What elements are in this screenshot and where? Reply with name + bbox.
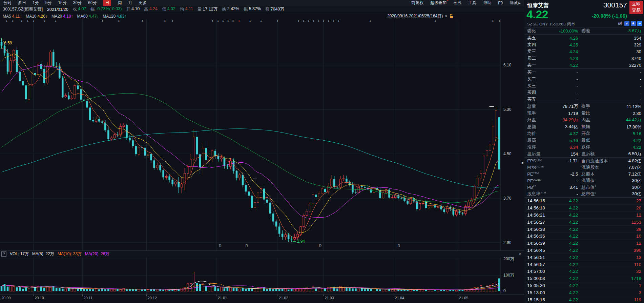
ma-legend-item-MA5: MA54.11↓: [3, 14, 22, 19]
ask-row-卖三: 卖三4.2430: [524, 48, 644, 55]
fundamental-label: 股息率TTM: [527, 191, 556, 197]
panel-collapse-handle[interactable]: ▶: [522, 156, 524, 169]
event-star-marker: *: [6, 20, 7, 24]
chart-tools-menu: 前复权超级叠加画线工具帮助F9隐藏▶: [411, 0, 524, 6]
candlestick-chart[interactable]: [0, 19, 524, 303]
period-tab-更多[interactable]: 更多: [139, 0, 147, 6]
trade-price: 4.22: [556, 283, 578, 288]
quote-panel: 恒泰艾普 300157 立即交易 4.22 -20.08% (-1.06) SZ…: [524, 0, 644, 303]
stat-label: 均价: [527, 130, 556, 137]
fundamental-label: 总市值1: [578, 184, 596, 190]
stat-value: 4.22: [590, 138, 641, 143]
trade-price: 4.22: [556, 213, 578, 218]
trade-price: 4.22: [556, 220, 578, 225]
stat-value: 4.37: [556, 131, 578, 136]
period-tab-30分[interactable]: 30分: [73, 0, 82, 6]
ma-label: MA60: [77, 14, 88, 19]
stat-row-盘后量: 盘后量154盘后额6.50万: [524, 150, 644, 157]
fundamental-value: 30亿: [596, 191, 641, 197]
menu-item-画线[interactable]: 画线: [453, 0, 461, 6]
menu-item-超级叠加[interactable]: 超级叠加: [430, 0, 446, 6]
ma-value: 4.83↑: [117, 14, 126, 19]
ma-label: MA20: [51, 14, 62, 19]
stat-label: 总额: [527, 124, 556, 130]
menu-item-帮助[interactable]: 帮助: [483, 0, 491, 6]
close-icon[interactable]: ×: [518, 251, 521, 257]
event-star-marker: *: [21, 20, 22, 24]
stat-label: 最低: [578, 137, 590, 143]
period-tab-分时[interactable]: 分时: [3, 0, 12, 6]
stat-label: 盘后额: [578, 151, 595, 157]
trade-volume: 13: [578, 255, 641, 260]
menu-item-前复权[interactable]: 前复权: [411, 0, 423, 6]
ma-legend-item-MA20: MA204.10↑: [51, 14, 73, 19]
period-tab-15分[interactable]: 15分: [58, 0, 66, 6]
ex-rights-marker: R: [219, 244, 222, 248]
fundamental-label: EPS2021E: [527, 165, 556, 170]
trade-tick-row: 15:13:004.223: [524, 289, 644, 296]
date-range-selector[interactable]: 2020/09/16-2021/05/25(164日) ▼: [387, 13, 454, 19]
stat-row-均价: 均价4.37开盘5.16: [524, 130, 644, 137]
trade-volume: 1153: [578, 220, 641, 225]
tick-trade-list[interactable]: 14:56:154.222714:56:184.222014:56:214.22…: [524, 198, 644, 303]
event-star-marker: *: [12, 20, 13, 24]
event-star-marker: *: [217, 20, 219, 24]
fundamental-value: -: [556, 178, 578, 183]
orderbook-price: 4.22: [556, 63, 578, 68]
period-tab-1分[interactable]: 1分: [33, 0, 39, 6]
trade-price: 4.22: [556, 227, 578, 232]
orderbook-volume: 30: [578, 49, 641, 54]
period-tab-60分[interactable]: 60分: [88, 0, 97, 6]
menu-item-F9[interactable]: F9: [498, 1, 503, 5]
orderbook-price: 4.24: [556, 49, 578, 54]
fundamental-value: -2.5: [556, 171, 578, 177]
quote-stats: 总量78.71万换手11.13%现手1719量比2.30外盘34.29万内盘44…: [524, 103, 644, 158]
event-star-marker: *: [249, 20, 251, 24]
stat-value: 34.29万: [556, 117, 578, 123]
period-tab-5分[interactable]: 5分: [45, 0, 52, 6]
ma-value: 4.26↓: [38, 14, 47, 19]
stat-value: 2.30: [590, 111, 641, 116]
trade-volume: 119: [578, 297, 641, 302]
date-range-label[interactable]: 2020/09/16-2021/05/25(164日): [387, 13, 443, 19]
period-tab-日[interactable]: 日: [103, 0, 111, 6]
info-label: 振: [244, 6, 248, 12]
last-price: 4.22: [526, 8, 548, 21]
month-label: 20.10: [35, 296, 44, 300]
fundamental-value: 30亿: [596, 184, 641, 190]
bid-row-买五: 买五--: [524, 96, 644, 103]
info-label: 开: [126, 6, 130, 12]
trade-price: 4.22: [556, 276, 578, 281]
info-value: 5.37%: [249, 6, 261, 12]
info-value: 17.12万: [203, 6, 217, 12]
stat-value: 6.34: [556, 145, 578, 150]
period-tab-多日[interactable]: 多日: [18, 0, 26, 6]
menu-item-隐藏[interactable]: 隐藏▶: [510, 0, 521, 6]
trade-tick-row: 14:56:394.2212: [524, 240, 644, 247]
period-menubar: 分时多日1分5分15分30分60分日周月更多 前复权超级叠加画线工具帮助F9隐藏…: [0, 0, 524, 6]
chevron-down-icon[interactable]: ▼: [444, 15, 448, 18]
bell-icon[interactable]: [631, 21, 636, 26]
fundamental-row-股息率TTM: 股息率TTM-总市值230亿: [524, 191, 644, 198]
candlestick-chart-area[interactable]: ? VOL: 17万 MA(5): 22万 MA(10): 33万 MA(20)…: [0, 19, 524, 303]
fundamental-label: 总市值2: [578, 191, 596, 197]
trade-time: 14:56:15: [527, 198, 556, 203]
stat-row-现手: 现手1719量比2.30: [524, 110, 644, 117]
help-icon[interactable]: ?: [1, 251, 6, 257]
plus-icon[interactable]: +: [637, 21, 642, 26]
stat-value: 154: [556, 152, 578, 157]
menu-item-工具[interactable]: 工具: [468, 0, 476, 6]
ma-label: MA10: [26, 14, 36, 19]
period-tab-月[interactable]: 月: [128, 0, 132, 6]
stat-label: 量比: [578, 110, 590, 116]
event-star-marker: *: [298, 20, 299, 24]
hover-date: 2021/01/20: [47, 7, 68, 12]
pencil-icon[interactable]: [624, 21, 629, 26]
trade-now-button[interactable]: 立即交易: [629, 1, 643, 14]
ma-label: MA120: [103, 14, 116, 19]
period-tab-周[interactable]: 周: [118, 0, 122, 6]
unlock-icon[interactable]: [449, 14, 454, 19]
volume-indicator-header: ? VOL: 17万 MA(5): 22万 MA(10): 33万 MA(20)…: [0, 250, 524, 257]
fundamental-value: 4.82亿: [608, 158, 641, 164]
stat-label: 开盘: [578, 130, 590, 137]
